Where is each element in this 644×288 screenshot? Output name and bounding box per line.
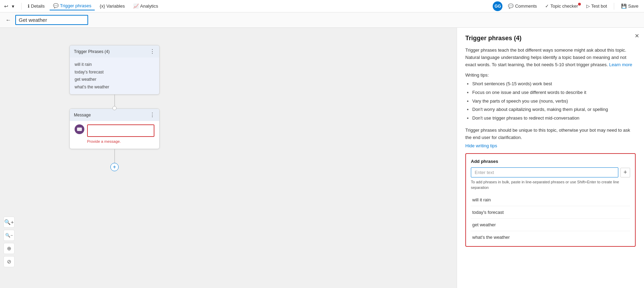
message-content-area: Provide a message.: [87, 124, 154, 145]
test-bot-icon: ▷: [586, 3, 590, 9]
message-node-title: Message: [74, 113, 91, 117]
writing-tip-4: Don't worry about capitalizing words, ma…: [472, 105, 636, 114]
message-node-header: Message ⋮: [70, 109, 159, 121]
right-panel: ✕ Trigger phrases (4) Trigger phrases te…: [457, 28, 644, 288]
topic-title-input[interactable]: [15, 15, 88, 25]
trigger-phrase-item-4: what's the weather: [75, 84, 154, 91]
trigger-phrases-node: Trigger Phrases (4) ⋮ will it rain today…: [69, 45, 160, 95]
message-node: Message ⋮ Provide a message.: [69, 108, 160, 149]
comments-icon: 💬: [508, 3, 514, 9]
panel-title: Trigger phrases (4): [465, 35, 636, 42]
separator-2: [614, 3, 614, 10]
topbar: ↩ ▾ ℹ Details 💬 Trigger phrases {x} Vari…: [0, 0, 644, 12]
message-node-body: Provide a message.: [70, 121, 159, 149]
add-phrases-box: Add phrases + To add phrases in bulk, pa…: [465, 153, 636, 247]
details-tab[interactable]: ℹ Details: [24, 2, 48, 10]
hide-writing-tips-link[interactable]: Hide writing tips: [465, 143, 497, 148]
message-icon-inner: [77, 128, 82, 131]
trigger-phrases-node-title: Trigger Phrases (4): [74, 49, 110, 54]
comments-button[interactable]: 💬 Comments: [505, 2, 540, 10]
writing-tips-title: Writing tips:: [465, 72, 636, 78]
trigger-phrases-node-body: will it rain today's forecast get weathe…: [70, 58, 159, 94]
fit-view-button[interactable]: ⊕: [3, 243, 15, 254]
phrase-input-row: +: [471, 167, 630, 177]
phrase-list-item-3: get weather: [471, 219, 630, 231]
test-bot-button[interactable]: ▷ Test bot: [584, 2, 610, 10]
separator: [21, 3, 22, 10]
trigger-phrases-menu-icon[interactable]: ⋮: [150, 48, 155, 55]
analytics-tab[interactable]: 📈 Analytics: [130, 2, 162, 10]
writing-tip-3: Vary the parts of speech you use (nouns,…: [472, 97, 636, 106]
message-error-text: Provide a message.: [87, 138, 154, 145]
add-node-button[interactable]: +: [110, 163, 119, 171]
trigger-phrases-icon: 💬: [53, 3, 59, 8]
trigger-phrase-item-3: get weather: [75, 76, 154, 84]
main-layout: 🔍+ 🔍− ⊕ ⊘ Trigger Phrases (4) ⋮ will it …: [0, 28, 644, 288]
notification-dot: [578, 3, 581, 6]
panel-description: Trigger phrases teach the bot different …: [465, 47, 636, 68]
phrase-list-item-4: what's the weather: [471, 231, 630, 243]
flow-area: Trigger Phrases (4) ⋮ will it rain today…: [69, 45, 160, 171]
avatar: GG: [493, 1, 502, 11]
topbar-right: GG 💬 Comments ✓ Topic checker ▷ Test bot…: [493, 1, 641, 11]
save-button[interactable]: 💾 Save: [618, 2, 641, 10]
details-icon: ℹ: [28, 3, 29, 9]
analytics-icon: 📈: [133, 3, 139, 9]
message-menu-icon[interactable]: ⋮: [150, 112, 155, 118]
phrase-text-input[interactable]: [471, 167, 618, 177]
flow-connector-2: [115, 149, 115, 163]
learn-more-link[interactable]: Learn more: [609, 62, 632, 67]
secondary-bar: ←: [0, 12, 644, 28]
zoom-in-button[interactable]: 🔍+: [3, 217, 15, 228]
back-button[interactable]: ←: [4, 16, 12, 25]
left-tools: 🔍+ 🔍− ⊕ ⊘: [3, 217, 15, 267]
writing-tip-2: Focus on one issue and use different wor…: [472, 88, 636, 97]
flow-connector-1: [115, 95, 115, 108]
trigger-phrases-tab[interactable]: 💬 Trigger phrases: [50, 2, 95, 10]
phrase-add-button[interactable]: +: [620, 168, 630, 177]
canvas[interactable]: 🔍+ 🔍− ⊕ ⊘ Trigger Phrases (4) ⋮ will it …: [0, 28, 457, 288]
add-phrases-title: Add phrases: [471, 159, 630, 164]
panel-close-button[interactable]: ✕: [635, 33, 639, 39]
unique-tip-text: Trigger phrases should be unique to this…: [465, 127, 636, 141]
undo-redo-group: ↩ ▾: [3, 2, 16, 10]
message-bot-icon: [75, 124, 84, 134]
writing-tips-list: Short sentences (5-15 words) work best F…: [465, 80, 636, 122]
undo-button[interactable]: ↩: [3, 2, 10, 10]
topic-checker-icon: ✓: [545, 3, 549, 9]
phrase-list-item-2: today's forecast: [471, 206, 630, 219]
trigger-phrases-node-header: Trigger Phrases (4) ⋮: [70, 45, 159, 58]
writing-tip-5: Don't use trigger phrases to redirect mi…: [472, 114, 636, 123]
topic-checker-button[interactable]: ✓ Topic checker: [542, 2, 581, 10]
settings-button[interactable]: ⊘: [3, 256, 15, 267]
phrase-hint-text: To add phrases in bulk, paste in line-se…: [471, 180, 630, 190]
variables-tab[interactable]: {x} Variables: [96, 2, 128, 10]
trigger-phrase-item-2: today's forecast: [75, 69, 154, 76]
zoom-out-button[interactable]: 🔍−: [3, 230, 15, 241]
variables-icon: {x}: [100, 3, 105, 9]
flow-bottom: +: [110, 149, 119, 171]
phrase-list-item-1: will it rain: [471, 194, 630, 206]
save-icon: 💾: [621, 3, 627, 9]
trigger-phrase-item-1: will it rain: [75, 61, 154, 69]
dropdown-button[interactable]: ▾: [10, 2, 16, 10]
writing-tip-1: Short sentences (5-15 words) work best: [472, 80, 636, 88]
message-input-box[interactable]: [87, 124, 154, 137]
